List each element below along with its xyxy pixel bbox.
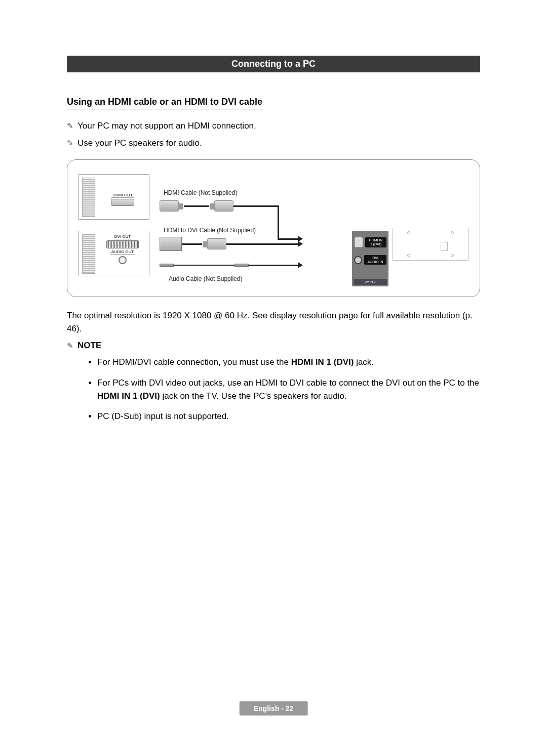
tv-hdmi-label: HDMI IN 1 (DVI)	[365, 237, 386, 247]
note-heading-line: ✎ NOTE	[67, 339, 480, 352]
audio-port-icon	[119, 256, 127, 264]
pc-vent-icon	[82, 234, 95, 274]
dvi-out-label: DVI OUT	[113, 234, 132, 239]
cable-line	[278, 238, 298, 240]
bullet-pre: For HDMI/DVI cable connection, you must …	[97, 357, 291, 367]
intro-note-text-1: Your PC may not support an HDMI connecti…	[77, 119, 256, 133]
tv-audio-port: DVI AUDIO IN	[354, 255, 386, 265]
intro-note-text-2: Use your PC speakers for audio.	[77, 137, 202, 150]
audio-jack-icon	[160, 264, 174, 267]
page-footer: English - 22	[240, 701, 308, 716]
hdmi-cable-label: HDMI Cable (Not Supplied)	[164, 189, 237, 196]
tv-avin-label: AV IN 2	[354, 279, 387, 285]
footer-lang: English	[254, 704, 280, 712]
cable-line	[184, 205, 209, 207]
footer-sep: -	[279, 704, 285, 712]
subheading: Using an HDMI cable or an HDMI to DVI ca…	[67, 97, 262, 109]
resolution-text: The optimal resolution is 1920 X 1080 @ …	[67, 309, 480, 336]
pc-device-dvi: DVI OUT AUDIO OUT	[79, 231, 149, 276]
hdmi-dvi-cable-label: HDMI to DVI Cable (Not Supplied)	[164, 227, 256, 234]
subheading-wrap: Using an HDMI cable or an HDMI to DVI ca…	[67, 97, 480, 119]
pc-vent-icon	[82, 178, 95, 217]
bullet-bold: HDMI IN 1 (DVI)	[97, 391, 160, 401]
bullet-pre: For PCs with DVI video out jacks, use an…	[97, 378, 479, 388]
stand-bracket-icon	[441, 242, 448, 251]
audio-jack-icon	[235, 264, 249, 267]
note-bullet-3: PC (D-Sub) input is not supported.	[97, 410, 480, 423]
section-header: Connecting to a PC	[67, 56, 480, 72]
note-heading: NOTE	[77, 339, 101, 352]
note-bullet-1: For HDMI/DVI cable connection, you must …	[97, 356, 480, 369]
cable-line	[174, 265, 235, 266]
hdmi-out-label: HDMI OUT	[111, 193, 134, 198]
cable-line	[249, 265, 298, 266]
note-icon: ✎	[67, 340, 73, 352]
bullet-post: jack on the TV. Use the PC's speakers fo…	[160, 391, 347, 401]
hdmi-port-icon	[354, 237, 363, 248]
arrow-icon	[298, 262, 303, 268]
screw-hole-icon	[407, 231, 410, 234]
hdmi-connector-icon	[160, 200, 179, 212]
bullet-post: jack.	[354, 357, 374, 367]
screw-hole-icon	[407, 254, 410, 257]
bullet-pre: PC (D-Sub) input is not supported.	[97, 411, 229, 421]
hdmi-port-icon	[111, 199, 134, 206]
cable-line	[278, 205, 279, 240]
cable-line	[182, 243, 202, 245]
pc-port-area: DVI OUT AUDIO OUT	[99, 234, 146, 273]
note-bullet-list: For HDMI/DVI cable connection, you must …	[97, 356, 480, 423]
pc-port-area: HDMI OUT	[99, 178, 146, 216]
connection-diagram: HDMI OUT DVI OUT AUDIO OUT HDMI Cable (N…	[67, 159, 480, 297]
tv-stand-icon	[393, 228, 468, 261]
bullet-bold: HDMI IN 1 (DVI)	[291, 357, 354, 367]
cable-line	[226, 243, 298, 245]
pc-device-hdmi: HDMI OUT	[79, 174, 149, 220]
tv-hdmi-port: HDMI IN 1 (DVI)	[354, 237, 386, 248]
screw-hole-icon	[451, 231, 454, 234]
tv-audio-label: DVI AUDIO IN	[364, 255, 386, 265]
intro-note-2: ✎ Use your PC speakers for audio.	[67, 137, 480, 150]
note-icon: ✎	[67, 138, 73, 149]
arrow-icon	[298, 241, 303, 247]
hdmi-connector-icon	[207, 238, 226, 249]
section-title: Connecting to a PC	[231, 59, 316, 69]
dvi-port-icon	[106, 240, 139, 248]
note-icon: ✎	[67, 120, 73, 132]
footer-page: 22	[286, 704, 294, 712]
dvi-connector-icon	[160, 237, 182, 251]
cable-line	[233, 205, 279, 207]
audio-out-label: AUDIO OUT	[110, 249, 135, 255]
intro-note-1: ✎ Your PC may not support an HDMI connec…	[67, 119, 480, 133]
screw-hole-icon	[451, 254, 454, 257]
audio-port-icon	[354, 256, 362, 264]
tv-port-panel: HDMI IN 1 (DVI) DVI AUDIO IN AV IN 2	[352, 231, 388, 286]
audio-cable-label: Audio Cable (Not Supplied)	[169, 275, 242, 282]
note-bullet-2: For PCs with DVI video out jacks, use an…	[97, 376, 480, 403]
hdmi-connector-icon	[214, 200, 233, 212]
